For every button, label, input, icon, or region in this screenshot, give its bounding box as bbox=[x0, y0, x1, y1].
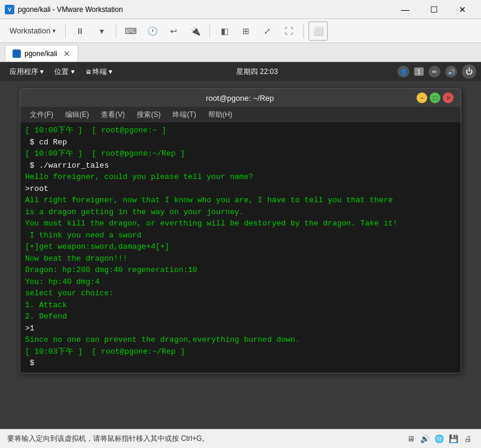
terminal-line: [ 10:00下午 ] [ root@pgone:~ ] bbox=[25, 125, 456, 137]
terminal-line: $ bbox=[25, 357, 456, 369]
vm-menu-applications[interactable]: 应用程序 ▾ bbox=[5, 64, 48, 79]
window-controls: — ☐ ✕ bbox=[391, 0, 476, 19]
toolbar-separator-1 bbox=[65, 24, 66, 38]
tab-close-button[interactable]: ✕ bbox=[63, 49, 70, 58]
terminal-line: [+]get weapon:sword,damage+4[+] bbox=[25, 241, 456, 253]
toolbar-separator-3 bbox=[209, 24, 210, 38]
fit-guest-icon[interactable]: ⊞ bbox=[236, 21, 255, 41]
stretch-icon[interactable]: ⤢ bbox=[258, 21, 277, 41]
title-bar: V pgone/kali - VMware Workstation — ☐ ✕ bbox=[0, 0, 481, 19]
terminal-line: Dragon: hp:200 dmg:40 regeneration:10 bbox=[25, 264, 456, 276]
terminal-titlebar: root@pgone: ~/Rep − □ ✕ bbox=[20, 89, 461, 107]
terminal-line: Since no one can prevent the dragon,ever… bbox=[25, 334, 456, 346]
terminal-line: Hello foreigner, could you please tell y… bbox=[25, 171, 456, 183]
main-toolbar: Workstation ▾ ⏸ ▾ ⌨ 🕐 ↩ 🔌 ◧ ⊞ ⤢ ⛶ ⬜ bbox=[0, 19, 481, 43]
terminal-line: $ ./warrior_tales bbox=[25, 160, 456, 172]
toolbar-separator-2 bbox=[116, 24, 116, 38]
terminal-line: is a dragon getting in the way on your j… bbox=[25, 206, 456, 218]
terminal-menu: 文件(F) 编辑(E) 查看(V) 搜索(S) 终端(T) 帮助(H) bbox=[20, 107, 461, 122]
terminal-line: Now beat the dragon!!! bbox=[25, 253, 456, 265]
term-menu-edit[interactable]: 编辑(E) bbox=[60, 108, 94, 122]
terminal-line: >1 bbox=[25, 323, 456, 335]
terminal-line: [ 10:00下午 ] [ root@pgone:~/Rep ] bbox=[25, 148, 456, 160]
vm-tab[interactable]: pgone/kali ✕ bbox=[5, 45, 78, 61]
terminal-line: [ 10:03下午 ] [ root@pgone:~/Rep ] bbox=[25, 346, 456, 358]
terminal-line: You must kill the dragon, or everthing w… bbox=[25, 218, 456, 230]
term-menu-help[interactable]: 帮助(H) bbox=[204, 108, 238, 122]
terminal-window: root@pgone: ~/Rep − □ ✕ 文件(F) 编辑(E) 查看(V… bbox=[20, 88, 461, 373]
windowed-icon[interactable]: ⬜ bbox=[309, 21, 328, 41]
main-content: 应用程序 ▾ 位置 ▾ 🖥终端 ▾ 星期四 22:03 👤 1 ✏ 🔊 ⏻ ro… bbox=[0, 62, 481, 429]
vm-tab-label: pgone/kali bbox=[24, 50, 57, 58]
terminal-line: >root bbox=[25, 183, 456, 195]
term-menu-search[interactable]: 搜索(S) bbox=[132, 108, 165, 122]
status-icons: 🖥 🔊 🌐 💾 🖨 bbox=[405, 433, 474, 445]
vm-clock: 星期四 22:03 bbox=[236, 67, 278, 77]
fullscreen-icon[interactable]: ⛶ bbox=[279, 21, 298, 41]
vm-workspace-badge[interactable]: 1 bbox=[414, 67, 424, 76]
terminal-line: All right foreigner, now that I know who… bbox=[25, 194, 456, 206]
window-title: pgone/kali - VMware Workstation bbox=[18, 5, 391, 14]
pause-icon[interactable]: ⏸ bbox=[70, 21, 90, 41]
status-text: 要将输入定向到该虚拟机，请将鼠标指针移入其中或按 Ctrl+G。 bbox=[7, 434, 209, 444]
vm-status-icons: 👤 1 ✏ 🔊 ⏻ bbox=[397, 64, 476, 79]
tabs-bar: pgone/kali ✕ bbox=[0, 43, 481, 62]
terminal-title: root@pgone: ~/Rep bbox=[63, 94, 417, 103]
status-icon-4[interactable]: 💾 bbox=[448, 433, 460, 445]
terminal-minimize-button[interactable]: − bbox=[417, 92, 427, 103]
terminal-line: 2. Defend bbox=[25, 311, 456, 323]
revert-icon[interactable]: ↩ bbox=[164, 21, 183, 41]
vm-sound-icon[interactable]: 🔊 bbox=[445, 66, 457, 78]
maximize-button[interactable]: ☐ bbox=[420, 0, 448, 19]
workstation-menu[interactable]: Workstation ▾ bbox=[5, 21, 60, 41]
vm-desktop: root@pgone: ~/Rep − □ ✕ 文件(F) 编辑(E) 查看(V… bbox=[0, 81, 481, 429]
terminal-close-button[interactable]: ✕ bbox=[443, 92, 454, 103]
terminal-line: $ cd Rep bbox=[25, 137, 456, 149]
unity-icon[interactable]: ◧ bbox=[215, 21, 234, 41]
term-menu-terminal[interactable]: 终端(T) bbox=[168, 108, 201, 122]
close-button[interactable]: ✕ bbox=[449, 0, 476, 19]
vm-menubar: 应用程序 ▾ 位置 ▾ 🖥终端 ▾ 星期四 22:03 👤 1 ✏ 🔊 ⏻ bbox=[0, 62, 481, 81]
status-icon-5[interactable]: 🖨 bbox=[462, 433, 474, 445]
snapshot-icon[interactable]: 🕐 bbox=[143, 21, 162, 41]
term-menu-view[interactable]: 查看(V) bbox=[96, 108, 130, 122]
status-bar: 要将输入定向到该虚拟机，请将鼠标指针移入其中或按 Ctrl+G。 🖥 🔊 🌐 💾… bbox=[0, 429, 481, 448]
vm-user-icon[interactable]: 👤 bbox=[397, 66, 409, 78]
vm-tab-icon bbox=[13, 50, 21, 58]
status-icon-1[interactable]: 🖥 bbox=[405, 433, 417, 445]
toolbar-separator-4 bbox=[303, 24, 304, 38]
vm-menu-terminal[interactable]: 🖥终端 ▾ bbox=[81, 64, 117, 79]
minimize-button[interactable]: — bbox=[391, 0, 419, 19]
usb-icon[interactable]: 🔌 bbox=[186, 21, 205, 41]
vm-menubar-left: 应用程序 ▾ 位置 ▾ 🖥终端 ▾ bbox=[5, 64, 117, 79]
terminal-maximize-button[interactable]: □ bbox=[430, 92, 440, 103]
status-icon-2[interactable]: 🔊 bbox=[419, 433, 431, 445]
terminal-content[interactable]: [ 10:00下午 ] [ root@pgone:~ ] $ cd Rep[ 1… bbox=[20, 122, 461, 373]
dropdown-arrow-icon[interactable]: ▾ bbox=[92, 21, 111, 41]
send-keys-icon[interactable]: ⌨ bbox=[121, 21, 140, 41]
term-menu-file[interactable]: 文件(F) bbox=[25, 108, 58, 122]
terminal-line: You: hp:40 dmg:4 bbox=[25, 276, 456, 288]
terminal-line: I think you need a sword bbox=[25, 230, 456, 242]
terminal-controls: − □ ✕ bbox=[417, 92, 454, 103]
terminal-line: select your choice: bbox=[25, 288, 456, 299]
vm-pencil-icon[interactable]: ✏ bbox=[428, 66, 440, 78]
app-icon: V bbox=[5, 5, 14, 14]
terminal-line: 1. Attack bbox=[25, 299, 456, 311]
vm-power-button[interactable]: ⏻ bbox=[462, 64, 476, 79]
vm-menu-places[interactable]: 位置 ▾ bbox=[50, 64, 79, 79]
status-icon-3[interactable]: 🌐 bbox=[433, 433, 445, 445]
